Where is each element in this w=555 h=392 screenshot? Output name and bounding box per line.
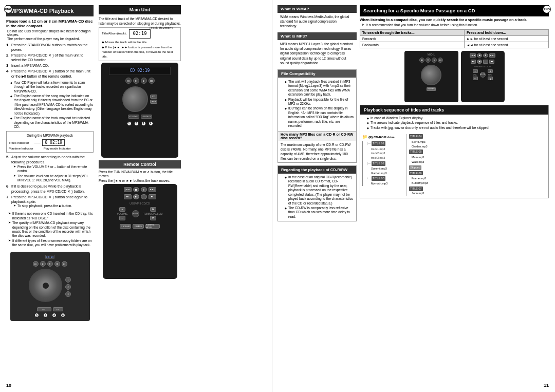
remote-tuning-area: ∧ TUNING/ALBUM ∨ bbox=[143, 207, 163, 220]
tree-title01: ├─ TITLE 01 bbox=[367, 141, 403, 146]
rs-next[interactable]: ⏭ bbox=[489, 60, 494, 64]
remote-top: |◄◄ ⏹ ⏸ ►►| bbox=[124, 187, 156, 192]
right-layout: What is WMA? WMA means Windows Media Aud… bbox=[278, 5, 549, 221]
mu-s-btn3[interactable]: ▶ bbox=[432, 58, 437, 63]
t07-track1: John.mp3 bbox=[412, 191, 447, 196]
step-7: 7 Press the MP3-CD/CD ✕ ) button once ag… bbox=[6, 195, 94, 209]
final-bullet-3: If different types of files or unnecessa… bbox=[6, 239, 94, 248]
title05-tracks: Main.mp3 Walk.mp3 bbox=[409, 155, 447, 164]
cd-player-display-small: 02:19 bbox=[45, 255, 54, 259]
rs-play[interactable]: ▶ bbox=[477, 60, 482, 64]
tree-skipped: Skipped bbox=[409, 165, 447, 170]
mu-s-btn1[interactable]: ⏮ bbox=[419, 58, 424, 63]
reg-bullet-2: The CD-RW is comparably less reflexive t… bbox=[281, 206, 354, 219]
track-movement-label: Track Movement bbox=[149, 26, 173, 30]
remote-header: Remote Control bbox=[99, 160, 181, 169]
eng-badge-left: ENG bbox=[4, 5, 12, 13]
mu-knob[interactable] bbox=[122, 86, 148, 112]
ps-btn[interactable]: P.S bbox=[53, 307, 63, 311]
file-compat-header: File Compatibility bbox=[278, 70, 356, 78]
rs-vol-label: VOL bbox=[473, 73, 477, 76]
mu-btn-2[interactable]: ⏸ bbox=[133, 78, 139, 84]
file-compat-content: The unit will playback files created in … bbox=[278, 78, 356, 131]
right-col1: What is WMA? WMA means Windows Media Aud… bbox=[278, 5, 360, 221]
rs-stop[interactable]: ⏹ bbox=[477, 53, 482, 58]
rs-pause[interactable]: ⏸ bbox=[483, 53, 488, 58]
remote-pbass[interactable]: P.BASS bbox=[133, 224, 144, 229]
tree-root-item: 📁 (R) CD-ROM drive bbox=[362, 134, 403, 141]
fc-bullet-3: ID3*tags can be shown on the display in … bbox=[281, 106, 354, 128]
search-col2-header: Press and hold down... bbox=[465, 29, 549, 35]
searching-section: Searching for a Specific Music Passage o… bbox=[360, 5, 549, 48]
rs-mute[interactable]: MUTE bbox=[480, 72, 486, 78]
remote-play[interactable]: ▶ bbox=[133, 194, 139, 199]
cd-next-btn[interactable]: ⏭ bbox=[62, 261, 67, 267]
backwards-label: Backwards bbox=[360, 42, 465, 48]
cd-btn-c[interactable]: 3 bbox=[65, 291, 71, 297]
remote-vol-down[interactable]: − bbox=[119, 216, 125, 220]
mu-s-btn2[interactable]: ⏸ bbox=[425, 58, 431, 63]
mu-btn-3[interactable]: ▶ bbox=[141, 78, 147, 84]
main-unit-column: Main Unit The title and track of the MP3… bbox=[96, 5, 183, 321]
remote-tuning-up[interactable]: ∧ bbox=[150, 207, 156, 212]
tree-title02: ├─ TITLE 02 bbox=[367, 161, 403, 166]
rs-tuning-up[interactable]: ∧ bbox=[488, 69, 493, 73]
mp3-note2: The performance of the player may be deg… bbox=[6, 37, 94, 41]
mu-s-btn4[interactable]: ⏭ bbox=[438, 58, 443, 63]
t04-track1: Sierra.mp3 bbox=[412, 140, 447, 144]
rs-tuning-down[interactable]: ∨ bbox=[488, 77, 493, 80]
tree-title07: TITLE 07 bbox=[409, 186, 447, 191]
remote-stop[interactable]: ⏹ bbox=[133, 187, 139, 192]
cd-play-btn[interactable]: ▶ bbox=[40, 261, 46, 267]
step7-sub: To stop playback, press the ■ button. bbox=[11, 204, 94, 208]
page-num-left: 10 bbox=[6, 383, 11, 388]
rs-vol-down[interactable]: − bbox=[473, 77, 478, 80]
step-indicator-6: 6 bbox=[61, 313, 65, 318]
remote-prev[interactable]: ⏮ bbox=[124, 194, 132, 199]
remote-mid: ⏮ ▶ ⏭ bbox=[124, 194, 156, 199]
t02-track1: Summit.mp3 bbox=[371, 166, 403, 171]
remote-next[interactable]: ⏭ bbox=[149, 194, 156, 199]
cd-btn-b[interactable]: 2 bbox=[65, 284, 71, 290]
rs-vol-up[interactable]: + bbox=[473, 69, 478, 73]
rs-skip-fwd[interactable]: ►►| bbox=[489, 53, 495, 58]
step-text-3: Insert a MP3/WMA-CD. bbox=[11, 63, 94, 68]
mu-cd-btn[interactable]: CD bbox=[150, 95, 157, 99]
remote-vol-up[interactable]: + bbox=[119, 207, 125, 212]
mu-btn-4[interactable]: ⏭ bbox=[149, 78, 155, 84]
cd-pause-btn[interactable]: ⏸ bbox=[47, 261, 53, 267]
cd-btn-a[interactable]: 1 bbox=[65, 277, 71, 283]
step-num-1: 1 bbox=[6, 43, 11, 52]
page-num-right: 11 bbox=[544, 383, 549, 388]
tree-right-branch: TITLE 04 Sierra.mp3 Garden.mp3 TITLE 05 bbox=[406, 134, 447, 196]
rs-prev[interactable]: ⏮ bbox=[471, 60, 476, 64]
playback-seq-bullets: In case of Window Explorer display. The … bbox=[360, 115, 548, 132]
t01-track3: track3.mp3 bbox=[371, 156, 403, 160]
title06-tracks: Frame.mp3 Butterfly.mp3 bbox=[409, 176, 447, 185]
mu-btn-1[interactable]: ⏮ bbox=[125, 78, 132, 84]
display-box: 02:19 Track Movement bbox=[129, 29, 150, 39]
during-playback-title: During the MP3/WMA playback bbox=[9, 134, 91, 137]
remote-skip-fwd[interactable]: ►►| bbox=[149, 187, 156, 192]
vol-knob-area[interactable]: VOL bbox=[37, 307, 51, 311]
rs-vol-row: + VOL − MUTE ∧ TUN ∨ bbox=[473, 69, 493, 80]
remote-bottom-row: P.SOUND P.BASS TUNING-MODE bbox=[120, 224, 160, 229]
title07-tracks: John.mp3 bbox=[409, 191, 447, 196]
cd-stop-btn[interactable]: ⏹ bbox=[54, 261, 60, 267]
mu-bottom-row: VOLUME USB/MP3 bbox=[128, 115, 152, 119]
title02-tracks: Summit.mp3 Garden.mp3 bbox=[367, 166, 403, 176]
searching-note: When listening to a compact disc, you ca… bbox=[360, 18, 549, 22]
mu-mp3-btn[interactable]: MP3 bbox=[150, 100, 157, 104]
remote-tuningmode[interactable]: TUNING-MODE bbox=[145, 224, 160, 229]
remote-psound[interactable]: P.SOUND bbox=[120, 224, 131, 229]
rs-skip-back[interactable]: |◄◄ bbox=[470, 53, 476, 58]
remote-mute[interactable]: MUTE bbox=[132, 210, 139, 217]
search-row-forwards: Forwards ►► for at least one second bbox=[360, 35, 549, 42]
remote-skip-back[interactable]: |◄◄ bbox=[124, 187, 132, 192]
t06-track2: Butterfly.mp3 bbox=[412, 181, 447, 185]
remote-tuning-down[interactable]: ∨ bbox=[150, 216, 156, 220]
main-unit-middle: CD MP3 bbox=[122, 86, 157, 112]
step-text-4: Press the MP3-CD/CD ✕ ) button of the ma… bbox=[11, 69, 94, 78]
remote-pause[interactable]: ⏸ bbox=[141, 187, 147, 192]
cd-prev-btn[interactable]: ⏮ bbox=[33, 261, 39, 267]
